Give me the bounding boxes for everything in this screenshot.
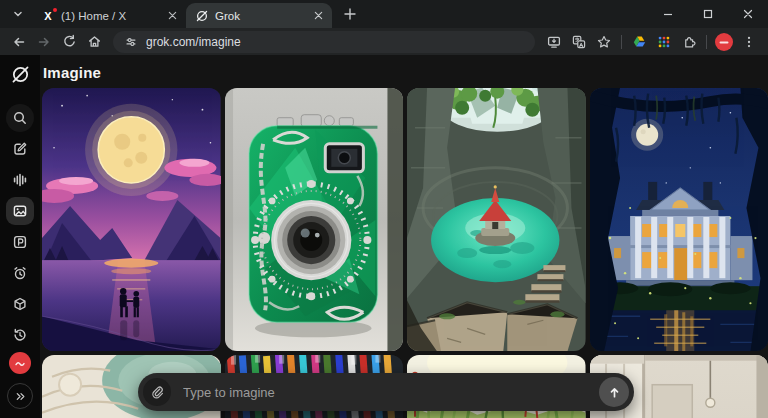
home-button[interactable] [82,30,106,54]
window-controls [648,0,768,28]
avatar-mark-icon [13,356,27,370]
gallery-image-emerald-camera[interactable] [225,88,404,351]
install-app-button[interactable] [542,30,566,54]
tab-grok[interactable]: Grok [186,3,332,28]
grok-logo[interactable] [10,64,31,89]
close-icon [168,11,177,20]
toolbar-divider [706,35,707,49]
sidebar-item-history[interactable] [6,321,34,349]
sidebar-item-voice[interactable] [6,166,34,194]
forward-icon [36,34,52,50]
avatar-mark-icon [718,36,730,48]
x-favicon: X [41,9,55,23]
maximize-button[interactable] [688,0,728,28]
site-info-icon [124,35,138,49]
cube-icon [12,296,28,312]
browser-toolbar: grok.com/imagine [0,28,768,55]
grok-favicon [195,9,209,23]
tab-home-x[interactable]: X (1) Home / X [32,3,186,28]
new-tab-button[interactable] [338,2,362,26]
grid-extension-button[interactable] [652,30,676,54]
close-window-button[interactable] [728,0,768,28]
tab-title: (1) Home / X [61,10,159,22]
home-icon [87,34,102,49]
image-icon [12,203,28,219]
install-app-icon [546,34,562,50]
plus-icon [344,8,356,20]
tab-close-button[interactable] [311,9,325,23]
user-avatar[interactable] [9,352,31,374]
tab-search-button[interactable] [6,2,30,26]
sidebar-item-projects[interactable] [6,228,34,256]
extensions-icon [682,34,697,49]
alarm-clock-icon [12,265,28,281]
tab-title: Grok [215,10,305,22]
menu-kebab-icon [742,35,756,49]
paperclip-icon [150,385,164,399]
chevron-down-icon [11,7,25,21]
sidebar-item-search[interactable] [6,104,34,132]
drive-extension-icon [632,34,647,49]
grid-extension-icon [657,35,671,49]
minimize-icon [663,9,673,19]
imagine-composer [138,373,634,411]
search-icon [12,110,28,126]
sidebar-item-imagine[interactable] [6,197,34,225]
sidebar-item-compose[interactable] [6,135,34,163]
voice-waveform-icon [12,172,28,188]
browser-menu-button[interactable] [737,30,761,54]
back-icon [11,34,27,50]
page-content: Imagine [0,55,768,418]
attach-button[interactable] [143,378,171,406]
minimize-button[interactable] [648,0,688,28]
reload-icon [62,34,77,49]
url-text: grok.com/imagine [146,35,241,49]
gallery-image-mansion-night[interactable] [590,88,768,351]
reload-button[interactable] [57,30,81,54]
bookmark-star-button[interactable] [592,30,616,54]
double-chevron-right-icon [14,390,27,403]
arrow-up-icon [607,385,622,400]
sidebar-expand-button[interactable] [7,383,33,409]
maximize-icon [703,9,713,19]
close-icon [743,9,753,19]
forward-button[interactable] [32,30,56,54]
browser-window: X (1) Home / X Grok [0,0,768,418]
submit-button[interactable] [599,377,629,407]
bookmark-star-icon [596,34,612,50]
drive-extension-button[interactable] [627,30,651,54]
tab-strip: X (1) Home / X Grok [0,0,768,28]
sidebar-footer [7,352,33,409]
history-icon [12,327,28,343]
project-doc-icon [12,234,28,250]
address-bar[interactable]: grok.com/imagine [113,31,535,53]
imagine-input[interactable] [171,385,599,400]
grok-sidebar [0,55,40,418]
sidebar-item-tasks[interactable] [6,259,34,287]
page-title: Imagine [43,64,768,81]
gallery-image-cenote-shrine[interactable] [407,88,586,351]
sidebar-item-models[interactable] [6,290,34,318]
translate-icon [571,34,587,50]
close-icon [314,11,323,20]
gallery-image-moonlit-couple[interactable] [42,88,221,351]
translate-button[interactable] [567,30,591,54]
image-gallery [42,88,768,418]
extensions-button[interactable] [677,30,701,54]
imagine-page: Imagine [40,55,768,418]
toolbar-divider [621,35,622,49]
compose-icon [12,141,28,157]
profile-avatar[interactable] [715,33,733,51]
back-button[interactable] [7,30,31,54]
tab-close-button[interactable] [165,9,179,23]
